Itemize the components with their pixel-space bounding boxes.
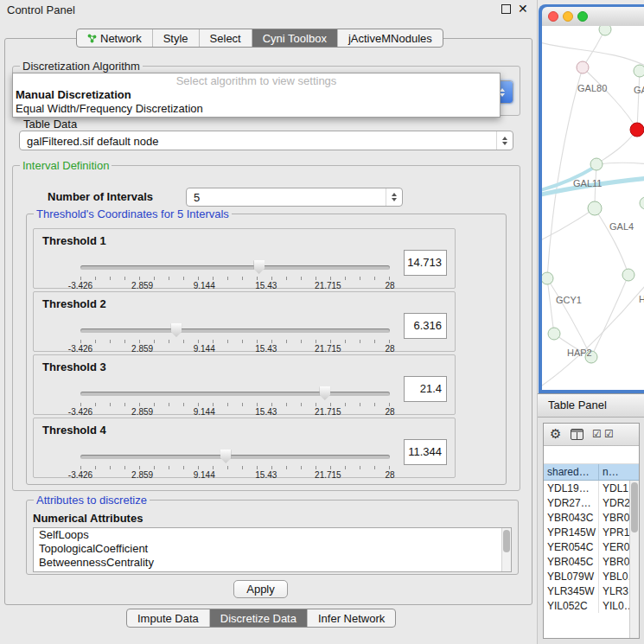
attributes-list-scrollbar[interactable]: [501, 528, 511, 571]
network-node[interactable]: [622, 269, 634, 281]
threshold-3-slider-thumb[interactable]: [319, 386, 330, 400]
network-node-selected-red[interactable]: [630, 123, 644, 137]
float-window-icon[interactable]: [501, 4, 511, 14]
table-row[interactable]: YPR145WYPR1…: [544, 525, 631, 539]
network-node[interactable]: [588, 201, 602, 215]
table-row[interactable]: YDR27…YDR2…: [544, 495, 631, 510]
dropdown-item-equal-width-frequency[interactable]: Equal Width/Frequency Discretization: [13, 102, 500, 116]
threshold-1-panel: Threshold 1 14.713 -3.426 2.859 9.144 15…: [33, 228, 456, 289]
tab-select[interactable]: Select: [199, 29, 252, 47]
network-node[interactable]: [599, 26, 611, 35]
table-panel-title: Table Panel: [548, 399, 607, 411]
zoom-button[interactable]: [577, 11, 588, 22]
slider-tick-labels: -3.426 2.859 9.144 15.43 21.715 28: [80, 407, 390, 416]
threshold-1-slider-track[interactable]: [80, 265, 390, 270]
slider-tick-labels: -3.426 2.859 9.144 15.43 21.715 28: [80, 470, 390, 479]
threshold-3-value-field[interactable]: 21.4: [404, 376, 447, 402]
tab-jactivemnodules[interactable]: jActiveMNodules: [337, 29, 443, 47]
network-node[interactable]: [640, 197, 644, 209]
scrollbar-thumb[interactable]: [503, 530, 510, 552]
network-node[interactable]: [577, 61, 589, 73]
network-edge[interactable]: [547, 67, 583, 278]
dropdown-placeholder: Select algorithm to view settings: [13, 73, 500, 88]
threshold-4-slider-thumb[interactable]: [220, 450, 232, 463]
numerical-attributes-label: Numerical Attributes: [33, 512, 143, 525]
table-row[interactable]: YDL19…YDL1…: [544, 481, 631, 495]
network-edge[interactable]: [547, 278, 591, 357]
table-row[interactable]: YBL079WYBL0…: [544, 569, 631, 583]
threshold-4-slider-track[interactable]: [80, 455, 390, 459]
node-label: HAP2: [567, 348, 592, 358]
numerical-attributes-list: SelfLoops TopologicalCoefficient Between…: [33, 527, 512, 572]
threshold-4-value-field[interactable]: 11.344: [404, 439, 447, 465]
network-edge[interactable]: [595, 208, 628, 275]
gear-icon[interactable]: ⚙: [550, 426, 561, 442]
combo-stepper[interactable]: [496, 131, 513, 150]
network-tab-icon: [87, 34, 97, 43]
threshold-1-value-field[interactable]: 14.713: [404, 250, 447, 276]
network-edge[interactable]: [583, 67, 637, 130]
table-data-combobox[interactable]: galFiltered.sif default node: [19, 131, 513, 150]
apply-button[interactable]: Apply: [233, 580, 288, 598]
network-node[interactable]: [548, 328, 560, 340]
checkbox-checked-icon[interactable]: ☑: [592, 428, 602, 440]
threshold-3-slider: -3.426 2.859 9.144 15.43 21.715 28: [80, 386, 390, 416]
threshold-2-slider-thumb[interactable]: [170, 323, 182, 337]
table-row[interactable]: YLR345WYLR3…: [544, 583, 631, 598]
tab-discretize-data[interactable]: Discretize Data: [209, 609, 307, 627]
column-header-shared-name[interactable]: shared…: [544, 464, 599, 480]
table-panel-header: Table Panel: [538, 393, 644, 418]
table-row[interactable]: YBR045CYBR0…: [544, 554, 631, 569]
network-edge[interactable]: [596, 163, 644, 165]
number-of-intervals-combobox[interactable]: 5: [186, 188, 403, 207]
threshold-3-slider-track[interactable]: [80, 392, 390, 396]
dropdown-item-manual-discretization[interactable]: Manual Discretization: [13, 88, 500, 102]
network-edge[interactable]: [583, 29, 605, 67]
threshold-1-slider-thumb[interactable]: [253, 260, 265, 274]
attributes-group-title: Attributes to discretize: [34, 494, 150, 507]
close-button[interactable]: [548, 11, 558, 22]
network-edge[interactable]: [542, 208, 595, 242]
network-edge[interactable]: [591, 275, 628, 357]
threshold-4-panel: Threshold 4 11.344 -3.426 2.859 9.144 15…: [33, 418, 456, 478]
network-node[interactable]: [542, 272, 553, 284]
tab-style[interactable]: Style: [152, 29, 199, 47]
table-scrollbar[interactable]: [629, 481, 639, 638]
table-row[interactable]: YBR043CYBR0…: [544, 510, 631, 525]
threshold-4-slider: -3.426 2.859 9.144 15.43 21.715 28: [80, 450, 390, 479]
network-edge[interactable]: [547, 278, 554, 334]
thresholds-group-title: Threshold's Coordinates for 5 Intervals: [34, 207, 232, 220]
network-canvas[interactable]: GAL80 GA GAL11 GAL4 GCY1 HAP2 H: [542, 26, 644, 390]
checkbox-checked-icon[interactable]: ☑: [604, 428, 614, 440]
threshold-2-value-field[interactable]: 6.316: [404, 313, 447, 339]
list-item[interactable]: TopologicalCoefficient: [34, 542, 511, 556]
node-label: GAL11: [573, 178, 602, 188]
stepper-up-icon: [392, 193, 397, 196]
tab-network-label: Network: [100, 32, 142, 45]
network-edge[interactable]: [637, 71, 640, 130]
network-node[interactable]: [590, 158, 603, 170]
columns-icon[interactable]: [571, 429, 583, 440]
algorithm-group-title: Discretization Algorithm: [20, 60, 143, 73]
network-node[interactable]: [634, 65, 644, 77]
threshold-2-slider-track[interactable]: [80, 328, 390, 333]
tab-impute-data[interactable]: Impute Data: [127, 609, 209, 627]
network-edge[interactable]: [542, 41, 644, 67]
table-secondary-bar: [544, 446, 639, 464]
network-edge[interactable]: [596, 130, 637, 164]
column-header-name[interactable]: n…: [599, 464, 639, 480]
tab-cyni-toolbox[interactable]: Cyni Toolbox: [252, 29, 337, 47]
list-item[interactable]: SelfLoops: [34, 528, 511, 542]
node-label: GAL4: [609, 221, 634, 232]
close-icon[interactable]: ✕: [518, 2, 528, 16]
combo-stepper[interactable]: [386, 188, 402, 206]
table-row[interactable]: YIL052CYIL0…: [544, 598, 631, 613]
table-row[interactable]: YER054CYER0…: [544, 539, 631, 554]
tab-network[interactable]: Network: [77, 29, 152, 47]
tab-infer-network[interactable]: Infer Network: [307, 609, 395, 627]
number-of-intervals-value: 5: [194, 191, 200, 204]
slider-ticks: [80, 277, 390, 280]
minimize-button[interactable]: [563, 11, 573, 22]
list-item[interactable]: BetweennessCentrality: [34, 556, 511, 570]
scrollbar-thumb[interactable]: [631, 482, 638, 532]
